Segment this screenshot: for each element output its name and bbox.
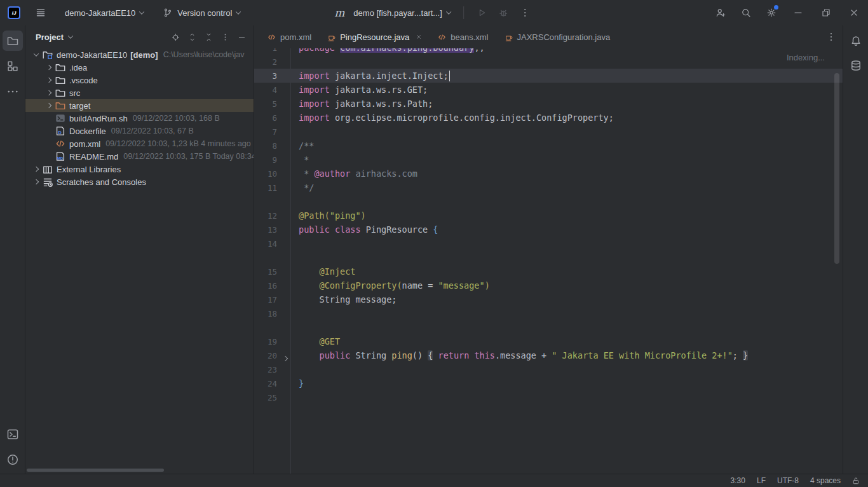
tree-item-pom.xml[interactable]: pom.xml09/12/2022 10:03, 1,23 kB 4 minut… — [25, 137, 254, 150]
gutter-line-number[interactable]: 20 — [254, 351, 290, 360]
gutter-line-number[interactable]: 3 — [254, 71, 290, 81]
tree-item-demo-JakartaEE10[interactable]: demo-JakartaEE10[demo]C:\Users\luise\cod… — [25, 48, 254, 61]
indent-widget[interactable]: 4 spaces — [810, 476, 841, 485]
project-view-selector[interactable]: Project — [36, 32, 72, 42]
code-line-24[interactable]: 24} — [254, 376, 843, 390]
gutter-line-number[interactable]: 14 — [254, 239, 290, 249]
tab-pom.xml[interactable]: pom.xml — [259, 25, 319, 48]
run-config-selector[interactable]: demo [fish.payar...tart...] — [349, 6, 454, 20]
gutter-line-number[interactable]: 13 — [254, 225, 290, 235]
gutter-line-number[interactable]: 1 — [254, 48, 290, 53]
caret-position-widget[interactable]: 3:30 — [731, 476, 745, 485]
hide-panel-button[interactable] — [233, 29, 250, 45]
code-line-5[interactable]: 5import jakarta.ws.rs.Path; — [254, 97, 843, 111]
gutter-line-number[interactable]: 25 — [254, 393, 290, 402]
fold-arrow-icon[interactable] — [283, 353, 287, 362]
tree-chevron-icon[interactable] — [31, 53, 42, 57]
code-line-4[interactable]: 4import jakarta.ws.rs.GET; — [254, 83, 843, 97]
tab-beans.xml[interactable]: beans.xml — [430, 25, 496, 48]
tab-JAXRSConfiguration.java[interactable]: JAXRSConfiguration.java — [496, 25, 618, 48]
code-line-12[interactable]: 12@Path("ping") — [254, 209, 843, 223]
problems-tool-button[interactable] — [3, 449, 23, 470]
gutter-line-number[interactable]: 16 — [254, 281, 290, 291]
code-line-13[interactable]: 13public class PingResource { — [254, 223, 843, 237]
tree-chevron-icon[interactable] — [43, 78, 55, 82]
tree-chevron-icon[interactable] — [43, 65, 55, 69]
structure-tool-button[interactable] — [3, 56, 23, 76]
code-line-11[interactable]: 11 */ — [254, 181, 843, 195]
app-logo-icon[interactable]: IJ — [8, 6, 20, 19]
gutter-line-number[interactable]: 2 — [254, 57, 290, 67]
code-line-14[interactable]: 14 — [254, 237, 843, 250]
search-everywhere-button[interactable] — [733, 0, 759, 25]
code-line-19[interactable]: 19 @GET — [254, 334, 843, 348]
tree-item-buildAndRun.sh[interactable]: buildAndRun.sh09/12/2022 10:03, 168 B — [25, 112, 254, 125]
tree-item-README.md[interactable]: MDREADME.md09/12/2022 10:03, 175 B Today… — [25, 150, 254, 163]
gutter-line-number[interactable]: 9 — [254, 155, 290, 165]
gutter-line-number[interactable]: 5 — [254, 99, 290, 109]
gutter-line-number[interactable]: 7 — [254, 127, 290, 137]
window-minimize-button[interactable] — [784, 0, 812, 25]
gutter-line-number[interactable]: 12 — [254, 211, 290, 221]
encoding-widget[interactable]: UTF-8 — [777, 476, 799, 485]
tree-item-Dockerfile[interactable]: DDockerfile09/12/2022 10:03, 67 B — [25, 125, 254, 137]
vcs-widget[interactable]: Version control — [159, 5, 244, 20]
tree-chevron-icon[interactable] — [43, 91, 55, 95]
tree-item-.vscode[interactable]: .vscode — [25, 74, 254, 86]
expand-all-button[interactable] — [184, 29, 200, 45]
code-inlay-spacer[interactable] — [254, 250, 843, 264]
editor-scrollbar[interactable] — [834, 73, 839, 264]
horizontal-scrollbar[interactable] — [27, 469, 164, 472]
code-line-10[interactable]: 10 * @author airhacks.com — [254, 167, 843, 181]
panel-options-button[interactable] — [217, 29, 233, 45]
code-line-18[interactable]: 18 — [254, 306, 843, 320]
code-line-16[interactable]: 16 @ConfigProperty(name = "message") — [254, 278, 843, 292]
tree-item-Scratches and Consoles[interactable]: Scratches and Consoles — [25, 175, 254, 188]
locate-file-button[interactable] — [167, 29, 184, 45]
gutter-line-number[interactable]: 8 — [254, 141, 290, 151]
gutter-line-number[interactable]: 19 — [254, 337, 290, 346]
tree-chevron-icon[interactable] — [31, 167, 42, 171]
gutter-line-number[interactable]: 11 — [254, 183, 290, 193]
project-tool-button[interactable] — [3, 31, 23, 51]
code-line-2[interactable]: 2 — [254, 55, 843, 69]
gutter-line-number[interactable]: 4 — [254, 85, 290, 95]
code-line-1[interactable]: 1package com.airhacks.ping.boundary;; — [254, 48, 843, 55]
gutter-line-number[interactable]: 24 — [254, 379, 290, 388]
debug-button[interactable] — [494, 4, 512, 22]
tree-item-External Libraries[interactable]: External Libraries — [25, 163, 254, 175]
code-line-20[interactable]: 20 public String ping() { return this.me… — [254, 348, 843, 362]
window-restore-button[interactable] — [812, 0, 840, 25]
code-inlay-spacer[interactable] — [254, 320, 843, 334]
code-line-25[interactable]: 25 — [254, 390, 843, 404]
tab-PingResource.java[interactable]: PingResource.java — [319, 25, 430, 48]
line-separator-widget[interactable]: LF — [757, 476, 766, 485]
database-tool-button[interactable] — [846, 55, 866, 76]
gutter-line-number[interactable]: 18 — [254, 309, 290, 319]
collapse-all-button[interactable] — [200, 29, 217, 45]
tree-chevron-icon[interactable] — [43, 104, 55, 107]
unlock-icon[interactable] — [852, 477, 860, 485]
tree-item-src[interactable]: src — [25, 86, 254, 99]
main-menu-button[interactable] — [32, 4, 50, 22]
more-run-actions-button[interactable] — [516, 4, 534, 22]
code-line-17[interactable]: 17 String message; — [254, 292, 843, 306]
run-button[interactable] — [473, 4, 491, 22]
project-selector[interactable]: demo-JakartaEE10 — [61, 6, 147, 20]
code-line-7[interactable]: 7 — [254, 125, 843, 139]
code-line-8[interactable]: 8/** — [254, 139, 843, 153]
code-line-15[interactable]: 15 @Inject — [254, 264, 843, 278]
code-line-23[interactable]: 23 — [254, 362, 843, 376]
code-inlay-spacer[interactable] — [254, 195, 843, 209]
tree-item-.idea[interactable]: .idea — [25, 61, 254, 74]
gutter-line-number[interactable]: 6 — [254, 113, 290, 123]
gutter-line-number[interactable]: 15 — [254, 267, 290, 277]
more-tool-windows-button[interactable] — [3, 81, 23, 102]
code-with-me-button[interactable] — [708, 0, 733, 25]
notifications-tool-button[interactable] — [846, 31, 866, 51]
code-line-9[interactable]: 9 * — [254, 153, 843, 167]
gutter-line-number[interactable]: 17 — [254, 295, 290, 305]
tree-chevron-icon[interactable] — [31, 180, 42, 184]
tree-item-target[interactable]: target — [25, 99, 254, 112]
code-editor[interactable]: 1package com.airhacks.ping.boundary;;23i… — [254, 48, 843, 474]
